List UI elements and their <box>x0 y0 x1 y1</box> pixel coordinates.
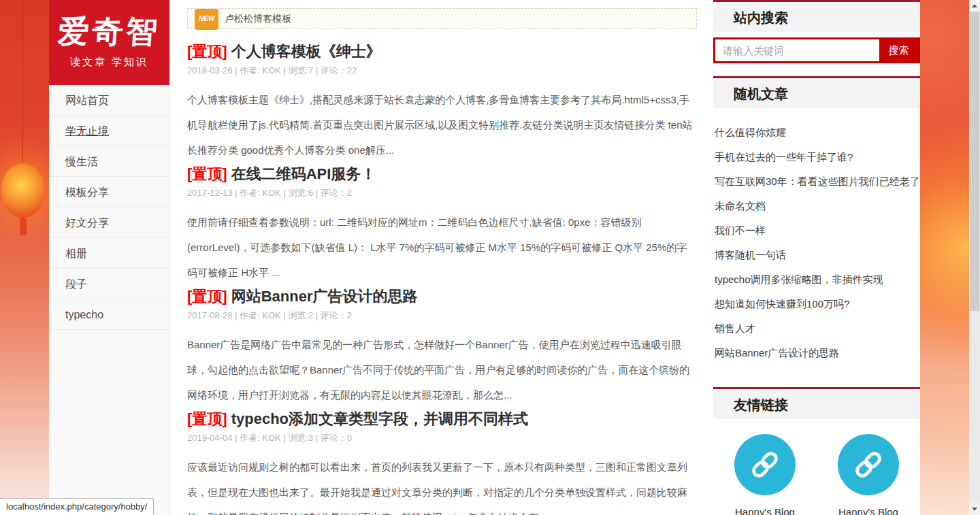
left-sidebar: 爱奇智 读文章 学知识 网站首页 学无止境 慢生活 模板分享 好文分享 相册 段… <box>49 0 170 515</box>
random-article-list: 什么值得你炫耀 手机在过去的一些年干掉了谁? 写在互联网30年：看看这些图片我们… <box>713 120 920 365</box>
random-article-link[interactable]: 想知道如何快速赚到100万吗? <box>715 292 920 316</box>
post-item: [置顶]typecho添加文章类型字段，并调用不同样式 2019-04-04 |… <box>187 410 697 515</box>
main-content: NEW卢松松博客模板 [置顶]个人博客模板《绅士》 2018-03-26 | 作… <box>172 0 710 515</box>
post-title-link[interactable]: 网站Banner广告设计的思路 <box>231 288 418 305</box>
random-article-link[interactable]: typecho调用多张缩略图，非插件实现 <box>715 267 920 292</box>
new-badge: NEW <box>195 9 218 30</box>
post-title: [置顶]在线二维码API服务！ <box>187 165 697 183</box>
post-meta: 2017-08-28 | 作者: KOK | 浏览:2 | 评论：2 <box>187 311 697 320</box>
post-title-link[interactable]: 个人博客模板《绅士》 <box>231 43 381 60</box>
pinned-badge: [置顶] <box>187 410 227 427</box>
pinned-badge: [置顶] <box>187 165 227 182</box>
post-item: [置顶]网站Banner广告设计的思路 2017-08-28 | 作者: KOK… <box>187 288 697 408</box>
post-excerpt: Banner广告是网络广告中最常见的一种广告形式，怎样做好一个Banner广告，… <box>187 332 697 408</box>
scrollbar[interactable] <box>969 0 980 515</box>
post-item: [置顶]在线二维码API服务！ 2017-12-13 | 作者: KOK | 浏… <box>187 165 697 285</box>
pinned-badge: [置顶] <box>187 288 227 305</box>
notice-text: 卢松松博客模板 <box>225 13 291 24</box>
sidebar-item-slowlife[interactable]: 慢生活 <box>49 146 169 177</box>
lantern-decoration <box>1 163 45 218</box>
post-meta: 2019-04-04 | 作者: KOK | 浏览:3 | 评论：0 <box>187 433 697 443</box>
sidebar-item-jokes[interactable]: 段子 <box>49 269 169 299</box>
fireworks-decoration <box>920 0 969 515</box>
search-button[interactable]: 搜索 <box>879 39 918 61</box>
sidebar-item-study[interactable]: 学无止境 <box>49 116 169 146</box>
post-meta: 2017-12-13 | 作者: KOK | 浏览:6 | 评论：2 <box>187 188 697 198</box>
search-widget-heading: 站内搜索 <box>713 3 920 32</box>
search-input[interactable] <box>715 39 879 61</box>
post-title-link[interactable]: typecho添加文章类型字段，并调用不同样式 <box>231 410 528 427</box>
post-title-link[interactable]: 在线二维码API服务！ <box>231 165 376 182</box>
sidebar-item-typecho[interactable]: typecho <box>49 299 169 330</box>
random-article-link[interactable]: 写在互联网30年：看看这些图片我们已经老了 <box>715 169 920 194</box>
random-article-link[interactable]: 网站Banner广告设计的思路 <box>715 341 920 365</box>
sidebar-item-templates[interactable]: 模板分享 <box>49 177 169 207</box>
friend-link-label[interactable]: Hanny's Blog <box>735 506 795 515</box>
site-tagline: 读文章 学知识 <box>49 56 169 69</box>
random-article-link[interactable]: 手机在过去的一些年干掉了谁? <box>715 145 920 169</box>
sidebar-item-album[interactable]: 相册 <box>49 238 169 269</box>
post-excerpt: 个人博客模板主题《绅士》,搭配灵感来源于站长袁志蒙的个人博客,多骨鱼博客主要参考… <box>187 87 697 163</box>
post-title: [置顶]typecho添加文章类型字段，并调用不同样式 <box>187 410 697 428</box>
scroll-up-arrow-icon[interactable] <box>969 0 980 12</box>
friend-links-row: Hanny's Blog Hanny's Blog <box>713 434 920 515</box>
friend-link-card[interactable]: Hanny's Blog <box>817 434 920 515</box>
random-article-link[interactable]: 什么值得你炫耀 <box>715 120 920 145</box>
status-tooltip: localhost/index.php/category/hobby/ <box>0 498 154 515</box>
friend-links-heading: 友情链接 <box>713 391 920 419</box>
site-logo[interactable]: 爱奇智 读文章 学知识 <box>49 0 169 85</box>
post-title: [置顶]网站Banner广告设计的思路 <box>187 288 697 305</box>
post-excerpt: 使用前请仔细查看参数说明：url: 二维码对应的网址m：二维码白色边框尺寸,缺省… <box>187 210 697 285</box>
random-article-link[interactable]: 未命名文档 <box>715 194 920 218</box>
post-excerpt: 应该最近访问规则之树的都可以看出来，首页的列表我又更新了一下，原本只有两种类型，… <box>187 454 697 515</box>
site-nav: 网站首页 学无止境 慢生活 模板分享 好文分享 相册 段子 typecho <box>49 85 169 330</box>
section-divider <box>713 76 920 78</box>
friend-link-label[interactable]: Hanny's Blog <box>838 506 898 515</box>
sidebar-top-border <box>713 0 920 2</box>
random-article-link[interactable]: 我们不一样 <box>715 218 920 243</box>
random-widget-heading: 随机文章 <box>713 80 920 108</box>
sidebar-item-home[interactable]: 网站首页 <box>49 85 169 116</box>
notice-bar[interactable]: NEW卢松松博客模板 <box>187 8 697 29</box>
page-container: 爱奇智 读文章 学知识 网站首页 学无止境 慢生活 模板分享 好文分享 相册 段… <box>49 0 920 515</box>
site-title: 爱奇智 <box>49 0 169 53</box>
friend-link-card[interactable]: Hanny's Blog <box>713 434 817 515</box>
section-divider <box>713 387 920 389</box>
post-meta: 2018-03-26 | 作者: KOK | 浏览:7 | 评论：22 <box>187 66 697 76</box>
sidebar-item-goodreads[interactable]: 好文分享 <box>49 207 169 238</box>
post-item: [置顶]个人博客模板《绅士》 2018-03-26 | 作者: KOK | 浏览… <box>187 43 697 163</box>
search-form: 搜索 <box>713 37 920 63</box>
random-article-link[interactable]: 博客随机一句话 <box>715 243 920 267</box>
chain-link-icon <box>734 434 796 495</box>
chain-link-icon <box>838 434 899 495</box>
random-article-link[interactable]: 销售人才 <box>715 316 920 341</box>
scrollbar-thumb[interactable] <box>970 12 979 311</box>
scroll-down-arrow-icon[interactable] <box>969 503 980 515</box>
post-title: [置顶]个人博客模板《绅士》 <box>187 43 697 61</box>
right-sidebar: 站内搜索 搜索 随机文章 什么值得你炫耀 手机在过去的一些年干掉了谁? 写在互联… <box>713 0 920 515</box>
pinned-badge: [置顶] <box>187 43 227 60</box>
